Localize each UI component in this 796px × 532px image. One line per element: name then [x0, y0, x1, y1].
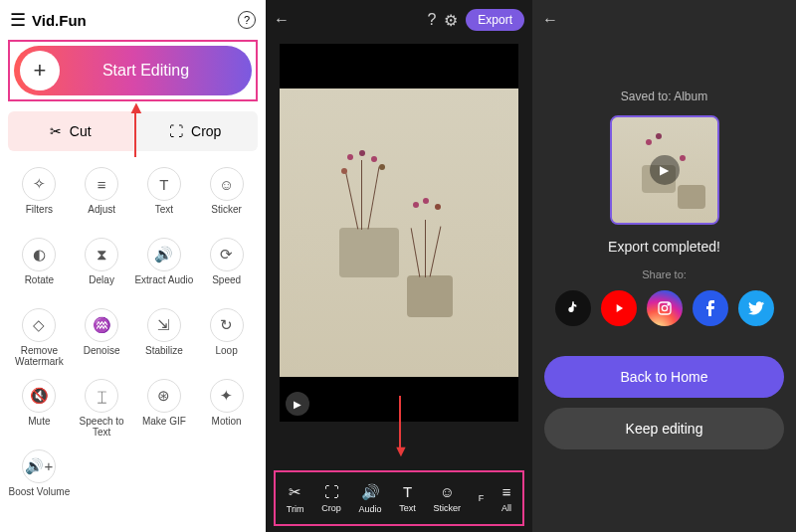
help-icon[interactable]: ?	[427, 11, 436, 29]
tool-icon: T	[147, 167, 181, 201]
menu-icon[interactable]: ☰	[10, 9, 26, 31]
editbar-label: Sticker	[434, 503, 462, 513]
tool-icon: ⌶	[85, 379, 118, 413]
editbar-label: Crop	[321, 503, 341, 513]
tool-label: Rotate	[25, 274, 54, 296]
editbar-audio[interactable]: 🔊Audio	[359, 483, 382, 514]
tool-label: Denoise	[84, 345, 120, 367]
tool-icon: ↻	[210, 308, 244, 342]
tool-label: Filters	[26, 204, 53, 226]
tool-icon: ⊛	[147, 379, 181, 413]
annotation-arrow	[134, 107, 136, 157]
tool-label: Extract Audio	[134, 274, 193, 296]
tool-label: Sticker	[211, 204, 242, 226]
play-icon: ▶	[650, 155, 680, 185]
tool-icon: ≡	[85, 167, 118, 201]
editbar-all[interactable]: ≡All	[501, 483, 511, 513]
tool-label: Stabilize	[145, 345, 183, 367]
tool-adjust[interactable]: ≡Adjust	[71, 163, 133, 230]
tool-stabilize[interactable]: ⇲Stabilize	[133, 304, 196, 371]
tool-icon: 🔊+	[22, 449, 56, 483]
start-editing-label: Start Editing	[60, 62, 252, 80]
tool-motion[interactable]: ✦Motion	[195, 375, 258, 442]
editbar-icon: ⛶	[324, 483, 339, 500]
tool-icon: ✦	[210, 379, 244, 413]
share-tiktok[interactable]	[555, 290, 591, 326]
editbar-label: F	[479, 493, 485, 503]
tool-label: Speech to Text	[71, 416, 133, 438]
editbar-label: All	[501, 503, 511, 513]
editbar-trim[interactable]: ✂Trim	[287, 483, 304, 514]
tool-icon: ⟳	[210, 238, 244, 271]
editbar-icon: T	[403, 483, 412, 500]
tool-delay[interactable]: ⧗Delay	[71, 234, 133, 300]
keep-editing-button[interactable]: Keep editing	[544, 408, 784, 449]
tool-label: Boost Volume	[9, 486, 71, 508]
share-to-label: Share to:	[532, 268, 796, 280]
tool-label: Adjust	[88, 204, 115, 226]
svg-point-2	[668, 304, 669, 305]
tool-denoise[interactable]: ♒Denoise	[71, 304, 133, 371]
annotation-arrow	[399, 396, 401, 450]
tool-filters[interactable]: ✧Filters	[8, 163, 71, 230]
export-complete-label: Export completed!	[532, 239, 796, 255]
editbar-text[interactable]: TText	[399, 483, 416, 513]
help-icon[interactable]: ?	[238, 11, 256, 29]
editbar-icon: ≡	[502, 483, 511, 500]
settings-icon[interactable]: ⚙	[444, 11, 458, 30]
tool-speed[interactable]: ⟳Speed	[195, 234, 258, 300]
crop-icon: ⛶	[169, 123, 183, 139]
tool-label: Remove Watermark	[8, 345, 71, 367]
editbar-icon: ✂	[289, 483, 301, 501]
editbar-label: Trim	[287, 504, 304, 514]
tool-make-gif[interactable]: ⊛Make GIF	[133, 375, 196, 442]
tool-sticker[interactable]: ☺Sticker	[195, 163, 258, 230]
tool-text[interactable]: TText	[133, 163, 196, 230]
editbar-sticker[interactable]: ☺Sticker	[434, 483, 462, 513]
tool-remove-watermark[interactable]: ◇Remove Watermark	[8, 304, 71, 371]
tool-icon: ☺	[210, 167, 244, 201]
export-thumbnail[interactable]: ▶	[610, 115, 719, 225]
tool-rotate[interactable]: ◐Rotate	[8, 234, 71, 300]
share-twitter[interactable]	[738, 290, 774, 326]
editbar-label: Audio	[359, 504, 382, 514]
editbar-crop[interactable]: ⛶Crop	[321, 483, 341, 513]
tool-label: Delay	[89, 274, 114, 296]
tool-icon: ⧗	[85, 238, 118, 271]
editbar-label: Text	[399, 503, 416, 513]
editbar-icon: 🔊	[361, 483, 380, 501]
back-home-button[interactable]: Back to Home	[544, 356, 784, 398]
share-facebook[interactable]	[693, 290, 728, 326]
crop-button[interactable]: ⛶ Crop	[133, 111, 259, 151]
video-preview[interactable]: ▶	[280, 44, 518, 422]
editbar-f[interactable]: F	[479, 493, 485, 503]
tool-label: Motion	[212, 416, 242, 438]
crop-label: Crop	[191, 123, 221, 139]
tool-loop[interactable]: ↻Loop	[195, 304, 258, 371]
tool-speech-to-text[interactable]: ⌶Speech to Text	[71, 375, 133, 442]
play-icon[interactable]: ▶	[286, 392, 309, 416]
tool-label: Speed	[212, 274, 241, 296]
tool-icon: ◐	[22, 238, 56, 271]
app-title: Vid.Fun	[32, 12, 87, 29]
start-editing-button[interactable]: + Start Editing	[14, 46, 252, 95]
cut-button[interactable]: ✂ Cut	[8, 111, 133, 151]
tool-boost-volume[interactable]: 🔊+Boost Volume	[8, 445, 71, 512]
share-instagram[interactable]	[647, 290, 683, 326]
tool-icon: 🔊	[147, 238, 181, 271]
editbar-icon: ☺	[440, 483, 455, 500]
tool-label: Text	[155, 204, 173, 226]
tool-mute[interactable]: 🔇Mute	[8, 375, 71, 442]
tool-extract-audio[interactable]: 🔊Extract Audio	[133, 234, 196, 300]
tool-icon: ✧	[22, 167, 56, 201]
share-youtube[interactable]	[601, 290, 637, 326]
tool-icon: ◇	[22, 308, 56, 342]
back-icon[interactable]: ←	[542, 11, 558, 29]
svg-point-1	[662, 305, 667, 310]
scissors-icon: ✂	[50, 123, 62, 139]
tool-label: Mute	[28, 416, 50, 438]
back-icon[interactable]: ←	[274, 11, 290, 29]
plus-icon: +	[20, 51, 60, 90]
export-button[interactable]: Export	[466, 9, 524, 31]
tool-label: Make GIF	[142, 416, 186, 438]
